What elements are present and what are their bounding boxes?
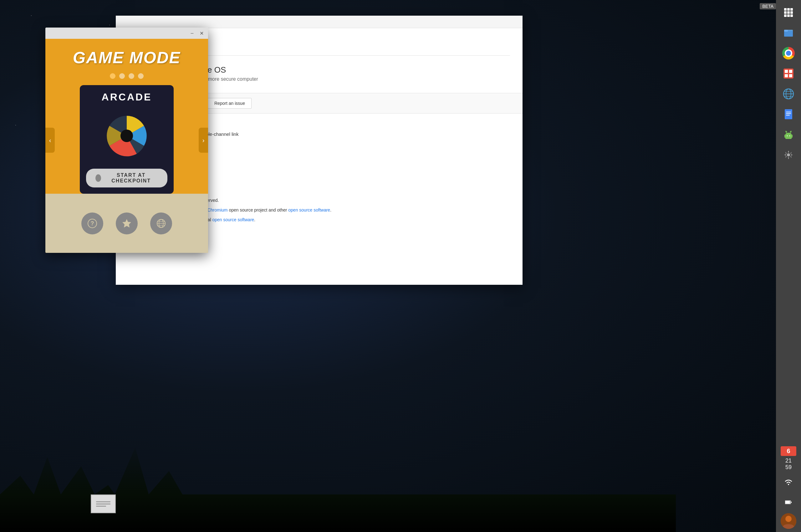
notification-badge: 6 [781,446,796,456]
help-icon-button[interactable]: ? [81,212,103,234]
svg-point-24 [790,131,792,132]
svg-rect-6 [785,74,788,77]
arcade-title: ARCADE [102,91,152,103]
sidebar-item-files[interactable] [779,23,798,42]
sidebar-item-chrome[interactable] [779,44,798,62]
svg-point-33 [125,149,131,155]
minimize-button[interactable]: – [188,29,196,37]
dot-1[interactable] [110,73,115,79]
svg-rect-29 [791,502,792,503]
game-mode-titlebar: – ✕ [45,27,208,39]
dot-3[interactable] [129,73,134,79]
footer-line2-end: . [254,217,255,222]
svg-rect-1 [784,31,793,37]
svg-rect-18 [791,135,793,138]
left-arrow[interactable]: ‹ [45,128,55,153]
sidebar: BETA [776,0,801,532]
game-mode-bottom: ? [45,194,208,253]
footer-line1-end: . [330,208,331,212]
star-icon-button[interactable] [116,212,138,234]
checkpoint-circle [95,174,101,182]
game-mode-content: ‹ › GAME MODE ARCADE [45,39,208,253]
checkpoint-text: START AT CHECKPOINT [104,172,158,184]
report-issue-button[interactable]: Report an issue [208,98,252,109]
dot-2[interactable] [119,73,125,79]
svg-rect-2 [784,30,788,32]
sidebar-item-globe[interactable] [779,84,798,103]
svg-rect-15 [786,113,791,114]
svg-rect-16 [786,115,790,115]
about-titlebar [116,16,522,28]
globe-icon [782,88,795,100]
game-mode-window: – ✕ ‹ › GAME MODE ARCADE [45,27,208,253]
svg-point-23 [785,131,787,132]
svg-marker-36 [122,219,131,228]
battery-icon [785,500,792,504]
svg-rect-5 [789,70,792,73]
arcade-card: ARCADE [80,85,174,194]
dots-navigation [110,73,144,79]
svg-point-31 [785,516,792,522]
svg-rect-7 [789,74,792,77]
close-button[interactable]: ✕ [197,29,206,37]
android-icon [783,129,794,140]
svg-rect-17 [784,135,786,138]
sidebar-item-app-launcher[interactable] [779,3,798,22]
sidebar-item-docs[interactable] [779,105,798,124]
svg-rect-28 [785,501,790,504]
svg-point-19 [787,135,788,136]
files-icon [783,27,794,38]
sidebar-item-settings[interactable] [779,146,798,164]
open-source-link1[interactable]: open source software [288,208,330,212]
time-minute: 59 [785,464,792,471]
sidebar-item-webstore[interactable] [779,64,798,83]
time-hour: 21 [785,457,792,464]
thumb-content [96,500,111,508]
svg-point-32 [120,130,133,142]
beta-badge: BETA [760,3,776,10]
sidebar-wifi[interactable] [779,473,798,491]
right-arrow[interactable]: › [199,128,208,153]
color-wheel [102,111,152,161]
time-display: 21 59 [785,457,792,471]
sidebar-item-android[interactable] [779,125,798,144]
svg-rect-14 [786,112,791,112]
chromium-link[interactable]: Chromium [207,208,228,212]
grid-icon [784,8,793,17]
open-source-link2[interactable]: open source software [212,217,254,222]
svg-point-20 [789,135,790,136]
chrome-icon [782,47,795,59]
footer-line1-mid: open source project and other [228,208,288,212]
dot-4[interactable] [138,73,144,79]
svg-rect-13 [785,109,792,119]
desktop: BETA [0,0,801,532]
sidebar-bottom: 6 21 59 [779,446,798,529]
webstore-icon [782,67,795,80]
settings-icon [783,149,794,160]
taskbar-thumbnail[interactable] [91,494,116,513]
svg-rect-4 [785,70,788,73]
docs-icon [783,109,794,120]
user-avatar[interactable] [781,513,796,529]
checkpoint-button[interactable]: START AT CHECKPOINT [86,169,167,187]
wifi-icon [784,478,793,486]
globe-icon-button[interactable] [150,212,172,234]
game-mode-title: GAME MODE [73,48,180,67]
sidebar-battery [779,493,798,512]
svg-point-25 [787,153,790,156]
svg-point-26 [788,484,789,485]
svg-text:?: ? [91,220,94,227]
